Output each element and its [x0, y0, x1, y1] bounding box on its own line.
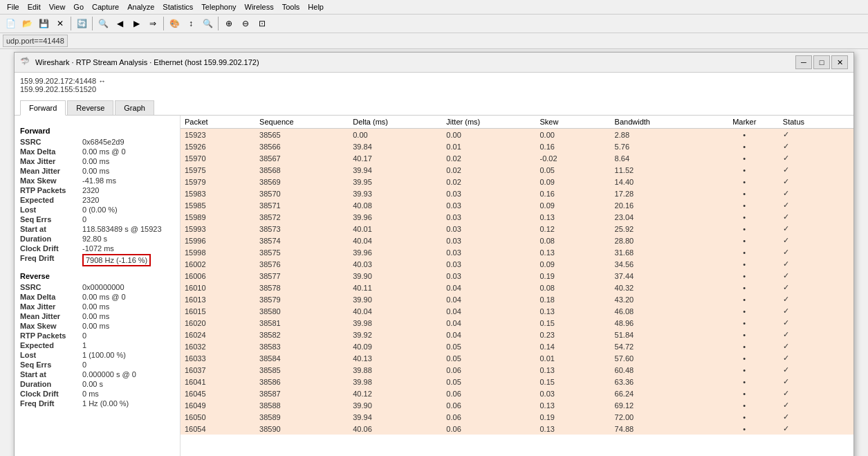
table-row[interactable]: 16045 38587 40.12 0.06 0.03 66.24 • ✓	[181, 387, 853, 399]
menu-view[interactable]: View	[45, 1, 70, 12]
freq-drift-value: 7908 Hz (-1.16 %)	[82, 254, 151, 266]
menu-wireless[interactable]: Wireless	[241, 1, 278, 12]
maximize-button[interactable]: □	[813, 55, 830, 69]
toolbar-zoom-out-icon[interactable]: ⊖	[238, 16, 253, 31]
table-row[interactable]: 16024 38582 39.92 0.04 0.23 51.84 • ✓	[181, 329, 853, 340]
cell-status: ✓	[779, 188, 853, 199]
menu-go[interactable]: Go	[69, 1, 88, 12]
menu-telephony[interactable]: Telephony	[197, 1, 240, 12]
cell-bandwidth: 8.64	[611, 152, 710, 164]
table-row[interactable]: 15983 38570 39.93 0.03 0.16 17.28 • ✓	[181, 188, 853, 199]
table-row[interactable]: 15993 38573 40.01 0.03 0.12 25.92 • ✓	[181, 223, 853, 235]
cell-sequence: 38586	[255, 376, 349, 387]
table-row[interactable]: 16054 38590 40.06 0.06 0.13 74.88 • ✓	[181, 423, 853, 435]
menu-analyze[interactable]: Analyze	[123, 1, 158, 12]
cell-bandwidth: 5.76	[611, 140, 710, 152]
wireshark-icon: 🦈	[20, 57, 31, 68]
minimize-button[interactable]: ─	[795, 55, 812, 69]
table-row[interactable]: 16050 38589 39.94 0.06 0.19 72.00 • ✓	[181, 411, 853, 423]
two-col-layout: Forward SSRC 0x6845e2d9 Max Delta 0.00 m…	[15, 116, 853, 456]
filter-value[interactable]: udp.port==41448	[3, 35, 68, 47]
table-row[interactable]: 16020 38581 39.98 0.04 0.15 48.96 • ✓	[181, 317, 853, 329]
cell-marker: •	[710, 317, 779, 329]
toolbar-zoom-in-icon[interactable]: 🔍	[200, 16, 215, 31]
toolbar-back-icon[interactable]: ◀	[112, 16, 127, 31]
cell-bandwidth: 31.68	[611, 246, 710, 258]
cell-status: ✓	[779, 223, 853, 235]
table-row[interactable]: 15989 38572 39.96 0.03 0.13 23.04 • ✓	[181, 211, 853, 223]
toolbar-fit-icon[interactable]: ⊡	[255, 16, 270, 31]
cell-bandwidth: 11.52	[611, 164, 710, 176]
table-row[interactable]: 15998 38575 39.96 0.03 0.13 31.68 • ✓	[181, 246, 853, 258]
table-row[interactable]: 15926 38566 39.84 0.01 0.16 5.76 • ✓	[181, 140, 853, 152]
table-row[interactable]: 16015 38580 40.04 0.04 0.13 46.08 • ✓	[181, 305, 853, 317]
cell-skew: 0.19	[535, 270, 610, 282]
toolbar-zoom-icon[interactable]: ⊕	[221, 16, 237, 31]
table-row[interactable]: 15975 38568 39.94 0.02 0.05 11.52 • ✓	[181, 164, 853, 176]
cell-jitter: 0.05	[442, 340, 535, 352]
cell-sequence: 38570	[255, 188, 349, 199]
table-row[interactable]: 16049 38588 39.90 0.06 0.13 69.12 • ✓	[181, 399, 853, 411]
toolbar-new-icon[interactable]: 📄	[3, 16, 18, 31]
cell-delta: 39.94	[349, 164, 442, 176]
table-container[interactable]: Packet Sequence Delta (ms) Jitter (ms) S…	[181, 116, 853, 456]
cell-packet: 15979	[181, 176, 255, 188]
menu-help[interactable]: Help	[304, 1, 328, 12]
menu-file[interactable]: File	[3, 1, 24, 12]
toolbar-save-icon[interactable]: 💾	[36, 16, 51, 31]
toolbar-open-icon[interactable]: 📂	[19, 16, 35, 31]
table-row[interactable]: 15979 38569 39.95 0.02 0.09 14.40 • ✓	[181, 176, 853, 188]
cell-bandwidth: 25.92	[611, 223, 710, 235]
close-button[interactable]: ✕	[831, 55, 848, 69]
cell-delta: 40.03	[349, 258, 442, 270]
reverse-mean-jitter: Mean Jitter 0.00 ms	[20, 312, 174, 320]
forward-max-delta: Max Delta 0.00 ms @ 0	[20, 147, 174, 156]
toolbar-find-icon[interactable]: 🔍	[95, 16, 111, 31]
cell-packet: 15983	[181, 188, 255, 199]
cell-packet: 16033	[181, 352, 255, 364]
table-row[interactable]: 15996 38574 40.04 0.03 0.08 28.80 • ✓	[181, 235, 853, 246]
cell-delta: 39.88	[349, 364, 442, 376]
cell-marker: •	[710, 129, 779, 141]
cell-jitter: 0.03	[442, 270, 535, 282]
cell-bandwidth: 60.48	[611, 364, 710, 376]
cell-marker: •	[710, 376, 779, 387]
cell-packet: 16020	[181, 317, 255, 329]
table-row[interactable]: 16032 38583 40.09 0.05 0.14 54.72 • ✓	[181, 340, 853, 352]
toolbar-goto-icon[interactable]: ⇒	[145, 16, 160, 31]
col-header-packet: Packet	[181, 116, 255, 129]
menu-tools[interactable]: Tools	[278, 1, 304, 12]
table-row[interactable]: 15970 38567 40.17 0.02 -0.02 8.64 • ✓	[181, 152, 853, 164]
table-row[interactable]: 15923 38565 0.00 0.00 0.00 2.88 • ✓	[181, 129, 853, 141]
cell-bandwidth: 20.16	[611, 199, 710, 211]
tab-reverse[interactable]: Reverse	[67, 100, 113, 115]
menu-capture[interactable]: Capture	[88, 1, 123, 12]
cell-packet: 16049	[181, 399, 255, 411]
title-bar-controls: ─ □ ✕	[795, 55, 848, 69]
table-row[interactable]: 16033 38584 40.13 0.05 0.01 57.60 • ✓	[181, 352, 853, 364]
table-row[interactable]: 16010 38578 40.11 0.04 0.08 40.32 • ✓	[181, 282, 853, 293]
table-row[interactable]: 16006 38577 39.90 0.03 0.19 37.44 • ✓	[181, 270, 853, 282]
tab-forward[interactable]: Forward	[20, 100, 66, 116]
reverse-expected: Expected 1	[20, 341, 174, 349]
cell-bandwidth: 14.40	[611, 176, 710, 188]
table-row[interactable]: 16013 38579 39.90 0.04 0.18 43.20 • ✓	[181, 293, 853, 305]
menu-edit[interactable]: Edit	[24, 1, 45, 12]
tab-graph[interactable]: Graph	[115, 100, 154, 115]
toolbar-colorize-icon[interactable]: 🎨	[167, 16, 182, 31]
cell-sequence: 38589	[255, 411, 349, 423]
table-row[interactable]: 15985 38571 40.08 0.03 0.09 20.16 • ✓	[181, 199, 853, 211]
table-row[interactable]: 16002 38576 40.03 0.03 0.09 34.56 • ✓	[181, 258, 853, 270]
toolbar-close-icon[interactable]: ✕	[53, 16, 68, 31]
toolbar-fwd-icon[interactable]: ▶	[129, 16, 144, 31]
toolbar-auto-scroll-icon[interactable]: ↕	[183, 16, 198, 31]
cell-jitter: 0.06	[442, 387, 535, 399]
cell-status: ✓	[779, 364, 853, 376]
menu-statistics[interactable]: Statistics	[158, 1, 197, 12]
table-row[interactable]: 16041 38586 39.98 0.05 0.15 63.36 • ✓	[181, 376, 853, 387]
toolbar-reload-icon[interactable]: 🔄	[74, 16, 89, 31]
cell-status: ✓	[779, 423, 853, 435]
table-row[interactable]: 16037 38585 39.88 0.06 0.13 60.48 • ✓	[181, 364, 853, 376]
cell-delta: 40.17	[349, 152, 442, 164]
cell-skew: 0.16	[535, 140, 610, 152]
